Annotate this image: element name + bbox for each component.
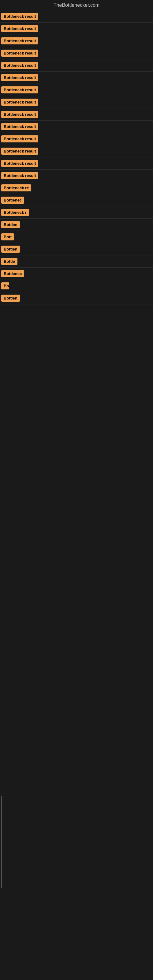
site-title: TheBottlenecker.com bbox=[0, 0, 153, 10]
bottleneck-result-badge: Bottleneck result bbox=[1, 135, 38, 142]
list-item[interactable]: Bo bbox=[0, 280, 153, 292]
list-item[interactable]: Bottleneck result bbox=[0, 59, 153, 72]
bottleneck-result-badge: Bottleneck result bbox=[1, 148, 38, 155]
rows-container: Bottleneck resultBottleneck resultBottle… bbox=[0, 10, 153, 304]
list-item[interactable]: Bottlen bbox=[0, 292, 153, 304]
bottleneck-result-badge: Bottle bbox=[1, 258, 18, 265]
list-item[interactable]: Bottleneck result bbox=[0, 23, 153, 35]
list-item[interactable]: Bottleneck result bbox=[0, 133, 153, 145]
bottleneck-result-badge: Bottlenec bbox=[1, 270, 24, 277]
list-item[interactable]: Bottleneck result bbox=[0, 35, 153, 47]
list-item[interactable]: Bottleneck result bbox=[0, 84, 153, 96]
bottleneck-result-badge: Bottleneck result bbox=[1, 37, 38, 45]
bottleneck-result-badge: Bottleneck result bbox=[1, 13, 38, 20]
list-item[interactable]: Bottleneck result bbox=[0, 10, 153, 23]
bottleneck-result-badge: Bottleneck result bbox=[1, 99, 38, 106]
list-item[interactable]: Bottlenec bbox=[0, 194, 153, 207]
bottleneck-result-badge: Bottlen bbox=[1, 294, 20, 302]
list-item[interactable]: Bottleneck re bbox=[0, 182, 153, 194]
list-item[interactable]: Bottleneck result bbox=[0, 72, 153, 84]
list-item[interactable]: Bottleneck result bbox=[0, 108, 153, 121]
bottleneck-result-badge: Bottleneck result bbox=[1, 49, 38, 57]
bottleneck-result-badge: Bottlen bbox=[1, 246, 20, 253]
list-item[interactable]: Bottle bbox=[0, 255, 153, 268]
bottleneck-result-badge: Bo bbox=[1, 282, 9, 290]
bottleneck-result-badge: Bottlenec bbox=[1, 197, 24, 204]
bottleneck-result-badge: Bottleneck re bbox=[1, 185, 31, 191]
list-item[interactable]: Bottlen bbox=[0, 243, 153, 255]
bottleneck-result-badge: Bott bbox=[1, 233, 14, 240]
list-item[interactable]: Bottleneck r bbox=[0, 207, 153, 219]
vertical-line bbox=[1, 796, 2, 888]
list-item[interactable]: Bottleneck result bbox=[0, 47, 153, 59]
list-item[interactable]: Bottleneck result bbox=[0, 121, 153, 133]
bottleneck-result-badge: Bottleneck result bbox=[1, 62, 38, 69]
bottleneck-result-badge: Bottleneck result bbox=[1, 172, 38, 179]
list-item[interactable]: Bottleneck result bbox=[0, 96, 153, 108]
list-item[interactable]: Bottleneck result bbox=[0, 158, 153, 170]
bottleneck-result-badge: Bottleneck r bbox=[1, 209, 29, 216]
bottleneck-result-badge: Bottleneck result bbox=[1, 123, 38, 130]
bottleneck-result-badge: Bottleneck result bbox=[1, 86, 38, 94]
list-item[interactable]: Bottlen bbox=[0, 219, 153, 231]
list-item[interactable]: Bottleneck result bbox=[0, 170, 153, 182]
bottleneck-result-badge: Bottleneck result bbox=[1, 74, 38, 81]
bottleneck-result-badge: Bottlen bbox=[1, 221, 20, 228]
list-item[interactable]: Bottlenec bbox=[0, 268, 153, 280]
list-item[interactable]: Bott bbox=[0, 231, 153, 243]
bottleneck-result-badge: Bottleneck result bbox=[1, 160, 38, 167]
bottleneck-result-badge: Bottleneck result bbox=[1, 25, 38, 32]
list-item[interactable]: Bottleneck result bbox=[0, 145, 153, 158]
bottleneck-result-badge: Bottleneck result bbox=[1, 111, 38, 118]
